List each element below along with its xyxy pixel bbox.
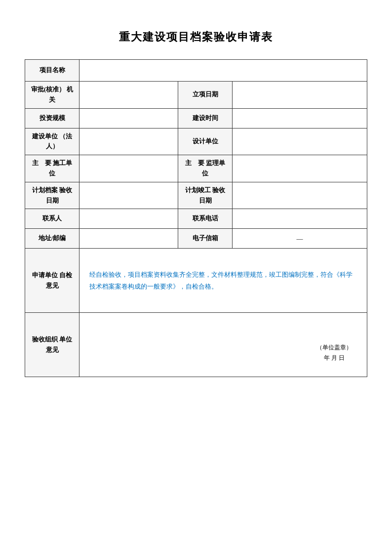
label-construction-unit: 建设单位 （法人） bbox=[25, 128, 79, 155]
value-design-unit bbox=[233, 128, 367, 155]
label-planned-completion-date: 计划竣工 验收日期 bbox=[178, 182, 233, 209]
label-design-unit: 设计单位 bbox=[178, 128, 233, 155]
value-construction-unit bbox=[79, 128, 178, 155]
value-investment bbox=[79, 108, 178, 128]
value-address bbox=[79, 229, 178, 249]
value-main-contractor bbox=[79, 155, 178, 182]
table-row: 审批(核准） 机 关 立项日期 bbox=[25, 82, 367, 109]
label-setup-date: 立项日期 bbox=[178, 82, 233, 109]
table-row: 联系人 联系电话 bbox=[25, 209, 367, 229]
label-address: 地址/邮编 bbox=[25, 229, 79, 249]
table-row: 项目名称 bbox=[25, 60, 367, 82]
self-check-content: 经自检验收，项目档案资料收集齐全完整，文件材料整理规范，竣工图编制完整，符合《科… bbox=[87, 265, 359, 296]
label-contact-person: 联系人 bbox=[25, 209, 79, 229]
value-inspection-opinion: （单位盖章） 年 月 日 bbox=[79, 313, 367, 377]
email-dash: — bbox=[297, 235, 303, 242]
label-construction-time: 建设时间 bbox=[178, 108, 233, 128]
value-self-check: 经自检验收，项目档案资料收集齐全完整，文件材料整理规范，竣工图编制完整，符合《科… bbox=[79, 249, 367, 313]
value-planned-archive-date bbox=[79, 182, 178, 209]
value-contact-phone bbox=[233, 209, 367, 229]
value-main-supervisor bbox=[233, 155, 367, 182]
table-row: 投资规模 建设时间 bbox=[25, 108, 367, 128]
table-row: 计划档案 验收日期 计划竣工 验收日期 bbox=[25, 182, 367, 209]
stamp-area: （单位盖章） 年 月 日 bbox=[316, 343, 352, 364]
page-title: 重大建设项目档案验收申请表 bbox=[119, 30, 273, 44]
label-contact-phone: 联系电话 bbox=[178, 209, 233, 229]
stamp-label: （单位盖章） bbox=[316, 343, 352, 352]
value-contact-person bbox=[79, 209, 178, 229]
label-main-contractor: 主 要 施工单位 bbox=[25, 155, 79, 182]
label-self-check: 申请单位 自检意见 bbox=[25, 249, 79, 313]
form-table: 项目名称 审批(核准） 机 关 立项日期 投资规模 建设时间 建设单位 （法人）… bbox=[25, 59, 367, 377]
table-row: 地址/邮编 电子信箱 — bbox=[25, 229, 367, 249]
value-planned-completion-date bbox=[233, 182, 367, 209]
table-row: 建设单位 （法人） 设计单位 bbox=[25, 128, 367, 155]
label-email: 电子信箱 bbox=[178, 229, 233, 249]
date-label: 年 月 日 bbox=[316, 354, 352, 362]
value-approval-org bbox=[79, 82, 178, 109]
table-row-inspection: 验收组织 单位意见 （单位盖章） 年 月 日 bbox=[25, 313, 367, 377]
inspection-content-area: （单位盖章） 年 月 日 bbox=[84, 318, 362, 372]
value-email: — bbox=[233, 229, 367, 249]
value-construction-time bbox=[233, 108, 367, 128]
label-planned-archive-date: 计划档案 验收日期 bbox=[25, 182, 79, 209]
label-investment: 投资规模 bbox=[25, 108, 79, 128]
label-main-supervisor: 主 要 监理单位 bbox=[178, 155, 233, 182]
label-inspection-opinion: 验收组织 单位意见 bbox=[25, 313, 79, 377]
table-row: 主 要 施工单位 主 要 监理单位 bbox=[25, 155, 367, 182]
value-setup-date bbox=[233, 82, 367, 109]
label-project-name: 项目名称 bbox=[25, 60, 79, 82]
label-approval-org: 审批(核准） 机 关 bbox=[25, 82, 79, 109]
value-project-name bbox=[79, 60, 367, 82]
table-row-self-check: 申请单位 自检意见 经自检验收，项目档案资料收集齐全完整，文件材料整理规范，竣工… bbox=[25, 249, 367, 313]
